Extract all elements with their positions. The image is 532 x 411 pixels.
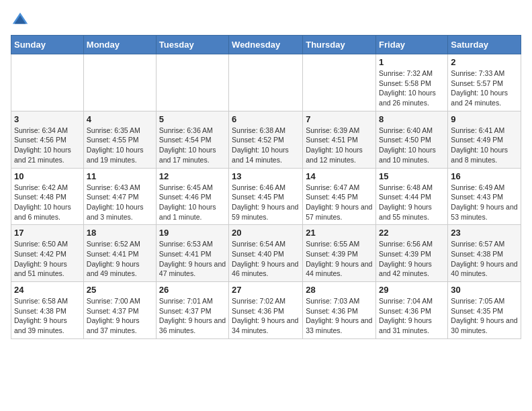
- day-number: 12: [159, 171, 226, 181]
- day-info: Sunrise: 7:05 AM Sunset: 4:35 PM Dayligh…: [451, 296, 518, 336]
- calendar-cell: 21Sunrise: 6:55 AM Sunset: 4:39 PM Dayli…: [303, 225, 376, 282]
- calendar-cell: 27Sunrise: 7:02 AM Sunset: 4:36 PM Dayli…: [229, 282, 303, 339]
- day-info: Sunrise: 6:42 AM Sunset: 4:48 PM Dayligh…: [14, 183, 81, 222]
- day-info: Sunrise: 6:50 AM Sunset: 4:42 PM Dayligh…: [14, 239, 81, 279]
- calendar-cell: 23Sunrise: 6:57 AM Sunset: 4:38 PM Dayli…: [448, 225, 521, 282]
- day-info: Sunrise: 7:01 AM Sunset: 4:37 PM Dayligh…: [159, 296, 226, 336]
- day-info: Sunrise: 6:54 AM Sunset: 4:40 PM Dayligh…: [232, 239, 300, 279]
- day-info: Sunrise: 6:53 AM Sunset: 4:41 PM Dayligh…: [159, 239, 226, 279]
- day-info: Sunrise: 6:47 AM Sunset: 4:45 PM Dayligh…: [306, 183, 373, 222]
- day-info: Sunrise: 6:55 AM Sunset: 4:39 PM Dayligh…: [306, 239, 373, 279]
- calendar-cell: 15Sunrise: 6:48 AM Sunset: 4:44 PM Dayli…: [376, 168, 448, 225]
- calendar-week-1: 1Sunrise: 7:32 AM Sunset: 5:58 PM Daylig…: [11, 54, 521, 111]
- day-number: 18: [87, 228, 153, 238]
- calendar-cell: 25Sunrise: 7:00 AM Sunset: 4:37 PM Dayli…: [83, 282, 156, 339]
- day-number: 17: [14, 228, 81, 238]
- calendar-cell: 7Sunrise: 6:39 AM Sunset: 4:51 PM Daylig…: [303, 111, 376, 168]
- calendar-cell: 14Sunrise: 6:47 AM Sunset: 4:45 PM Dayli…: [303, 168, 376, 225]
- day-info: Sunrise: 6:41 AM Sunset: 4:49 PM Dayligh…: [451, 126, 518, 165]
- calendar-cell: [156, 54, 228, 111]
- day-info: Sunrise: 6:39 AM Sunset: 4:51 PM Dayligh…: [306, 126, 373, 165]
- calendar-cell: 9Sunrise: 6:41 AM Sunset: 4:49 PM Daylig…: [448, 111, 521, 168]
- header-wednesday: Wednesday: [229, 36, 303, 54]
- day-info: Sunrise: 6:45 AM Sunset: 4:46 PM Dayligh…: [159, 183, 226, 222]
- day-number: 20: [232, 228, 300, 238]
- day-number: 5: [159, 114, 226, 124]
- day-number: 27: [232, 285, 300, 295]
- calendar-table: SundayMondayTuesdayWednesdayThursdayFrid…: [11, 35, 521, 339]
- day-number: 26: [159, 285, 226, 295]
- calendar-cell: 4Sunrise: 6:35 AM Sunset: 4:55 PM Daylig…: [83, 111, 156, 168]
- day-info: Sunrise: 7:00 AM Sunset: 4:37 PM Dayligh…: [87, 296, 153, 336]
- calendar-cell: 12Sunrise: 6:45 AM Sunset: 4:46 PM Dayli…: [156, 168, 228, 225]
- day-info: Sunrise: 6:48 AM Sunset: 4:44 PM Dayligh…: [379, 183, 445, 222]
- calendar-week-3: 10Sunrise: 6:42 AM Sunset: 4:48 PM Dayli…: [11, 168, 521, 225]
- calendar-cell: 8Sunrise: 6:40 AM Sunset: 4:50 PM Daylig…: [376, 111, 448, 168]
- header-friday: Friday: [376, 36, 448, 54]
- calendar-cell: 1Sunrise: 7:32 AM Sunset: 5:58 PM Daylig…: [376, 54, 448, 111]
- calendar-cell: 20Sunrise: 6:54 AM Sunset: 4:40 PM Dayli…: [229, 225, 303, 282]
- calendar-cell: 10Sunrise: 6:42 AM Sunset: 4:48 PM Dayli…: [11, 168, 84, 225]
- calendar-cell: 26Sunrise: 7:01 AM Sunset: 4:37 PM Dayli…: [156, 282, 228, 339]
- calendar-cell: 13Sunrise: 6:46 AM Sunset: 4:45 PM Dayli…: [229, 168, 303, 225]
- calendar-week-2: 3Sunrise: 6:34 AM Sunset: 4:56 PM Daylig…: [11, 111, 521, 168]
- calendar-cell: 2Sunrise: 7:33 AM Sunset: 5:57 PM Daylig…: [448, 54, 521, 111]
- day-info: Sunrise: 6:56 AM Sunset: 4:39 PM Dayligh…: [379, 239, 445, 279]
- calendar-week-4: 17Sunrise: 6:50 AM Sunset: 4:42 PM Dayli…: [11, 225, 521, 282]
- day-info: Sunrise: 6:43 AM Sunset: 4:47 PM Dayligh…: [87, 183, 153, 222]
- calendar-cell: 3Sunrise: 6:34 AM Sunset: 4:56 PM Daylig…: [11, 111, 84, 168]
- logo-icon: [11, 11, 30, 30]
- calendar-cell: [83, 54, 156, 111]
- day-info: Sunrise: 6:34 AM Sunset: 4:56 PM Dayligh…: [14, 126, 81, 165]
- day-number: 16: [451, 171, 518, 181]
- day-number: 13: [232, 171, 300, 181]
- calendar-cell: 5Sunrise: 6:36 AM Sunset: 4:54 PM Daylig…: [156, 111, 228, 168]
- day-info: Sunrise: 7:02 AM Sunset: 4:36 PM Dayligh…: [232, 296, 300, 336]
- calendar-cell: 11Sunrise: 6:43 AM Sunset: 4:47 PM Dayli…: [83, 168, 156, 225]
- day-info: Sunrise: 6:49 AM Sunset: 4:43 PM Dayligh…: [451, 183, 518, 222]
- day-number: 30: [451, 285, 518, 295]
- day-info: Sunrise: 6:52 AM Sunset: 4:41 PM Dayligh…: [87, 239, 153, 279]
- header: [11, 11, 521, 30]
- day-number: 14: [306, 171, 373, 181]
- header-monday: Monday: [83, 36, 156, 54]
- day-number: 4: [87, 114, 153, 124]
- day-number: 10: [14, 171, 81, 181]
- calendar-cell: 17Sunrise: 6:50 AM Sunset: 4:42 PM Dayli…: [11, 225, 84, 282]
- calendar-cell: 19Sunrise: 6:53 AM Sunset: 4:41 PM Dayli…: [156, 225, 228, 282]
- day-info: Sunrise: 7:04 AM Sunset: 4:36 PM Dayligh…: [379, 296, 445, 336]
- day-number: 6: [232, 114, 300, 124]
- day-number: 21: [306, 228, 373, 238]
- day-number: 9: [451, 114, 518, 124]
- day-number: 15: [379, 171, 445, 181]
- day-info: Sunrise: 6:40 AM Sunset: 4:50 PM Dayligh…: [379, 126, 445, 165]
- header-thursday: Thursday: [303, 36, 376, 54]
- day-number: 11: [87, 171, 153, 181]
- day-info: Sunrise: 6:46 AM Sunset: 4:45 PM Dayligh…: [232, 183, 300, 222]
- day-number: 29: [379, 285, 445, 295]
- day-info: Sunrise: 7:33 AM Sunset: 5:57 PM Dayligh…: [451, 68, 518, 108]
- calendar-cell: 24Sunrise: 6:58 AM Sunset: 4:38 PM Dayli…: [11, 282, 84, 339]
- day-info: Sunrise: 7:32 AM Sunset: 5:58 PM Dayligh…: [379, 68, 445, 108]
- day-info: Sunrise: 7:03 AM Sunset: 4:36 PM Dayligh…: [306, 296, 373, 336]
- day-number: 22: [379, 228, 445, 238]
- header-saturday: Saturday: [448, 36, 521, 54]
- calendar-cell: 30Sunrise: 7:05 AM Sunset: 4:35 PM Dayli…: [448, 282, 521, 339]
- day-number: 28: [306, 285, 373, 295]
- calendar-header-row: SundayMondayTuesdayWednesdayThursdayFrid…: [11, 36, 521, 54]
- day-number: 19: [159, 228, 226, 238]
- day-number: 23: [451, 228, 518, 238]
- calendar-cell: [303, 54, 376, 111]
- day-number: 24: [14, 285, 81, 295]
- day-number: 3: [14, 114, 81, 124]
- day-number: 8: [379, 114, 445, 124]
- day-info: Sunrise: 6:57 AM Sunset: 4:38 PM Dayligh…: [451, 239, 518, 279]
- calendar-cell: 29Sunrise: 7:04 AM Sunset: 4:36 PM Dayli…: [376, 282, 448, 339]
- day-info: Sunrise: 6:36 AM Sunset: 4:54 PM Dayligh…: [159, 126, 226, 165]
- day-number: 7: [306, 114, 373, 124]
- calendar-cell: 16Sunrise: 6:49 AM Sunset: 4:43 PM Dayli…: [448, 168, 521, 225]
- day-info: Sunrise: 6:58 AM Sunset: 4:38 PM Dayligh…: [14, 296, 81, 336]
- day-number: 25: [87, 285, 153, 295]
- calendar-cell: [229, 54, 303, 111]
- calendar-cell: 6Sunrise: 6:38 AM Sunset: 4:52 PM Daylig…: [229, 111, 303, 168]
